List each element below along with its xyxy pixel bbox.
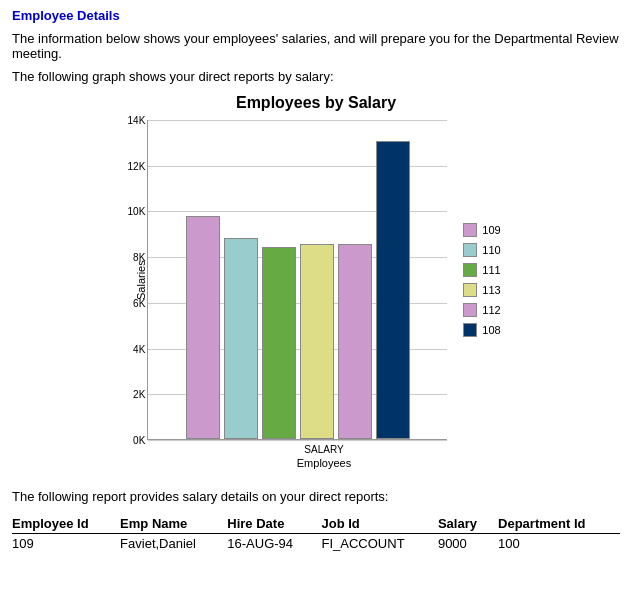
table-header: Job Id (322, 514, 438, 534)
bar-111 (262, 247, 296, 439)
table-row: 109Faviet,Daniel16-AUG-94FI_ACCOUNT90001… (12, 534, 620, 554)
legend-item-112: 112 (463, 303, 500, 317)
table-header: Salary (438, 514, 498, 534)
table-header: Employee Id (12, 514, 120, 534)
legend-item-113: 113 (463, 283, 500, 297)
chart-grid: 14K12K10K8K6K4K2K0K (147, 120, 447, 440)
legend-item-109: 109 (463, 223, 500, 237)
legend-item-111: 111 (463, 263, 500, 277)
report-intro-text: The following report provides salary det… (12, 489, 620, 504)
chart-container: Salaries 14K12K10K8K6K4K2K0K 10911011111… (131, 120, 500, 469)
bar-109 (186, 216, 220, 439)
table-cell: 109 (12, 534, 120, 554)
table-cell: 100 (498, 534, 620, 554)
bar-113 (300, 244, 334, 439)
chart-legend: 109110111113112108 (463, 120, 500, 440)
table-cell: Faviet,Daniel (120, 534, 227, 554)
legend-item-108: 108 (463, 323, 500, 337)
intro-text: The information below shows your employe… (12, 31, 620, 61)
table-cell: 16-AUG-94 (227, 534, 321, 554)
x-tick-label: SALARY (147, 444, 500, 455)
bar-108 (376, 141, 410, 439)
table-header: Department Id (498, 514, 620, 534)
graph-intro-text: The following graph shows your direct re… (12, 69, 620, 84)
legend-item-110: 110 (463, 243, 500, 257)
bar-110 (224, 238, 258, 440)
bar-112 (338, 244, 372, 439)
report-table: Employee IdEmp NameHire DateJob IdSalary… (12, 514, 620, 553)
table-header: Emp Name (120, 514, 227, 534)
page-title: Employee Details (12, 8, 620, 23)
chart-area: 14K12K10K8K6K4K2K0K 109110111113112108 S… (147, 120, 500, 469)
x-axis-label: Employees (147, 457, 500, 469)
chart-section: Employees by Salary Salaries 14K12K10K8K… (12, 94, 620, 469)
table-cell: 9000 (438, 534, 498, 554)
chart-title: Employees by Salary (236, 94, 396, 112)
table-cell: FI_ACCOUNT (322, 534, 438, 554)
table-header: Hire Date (227, 514, 321, 534)
